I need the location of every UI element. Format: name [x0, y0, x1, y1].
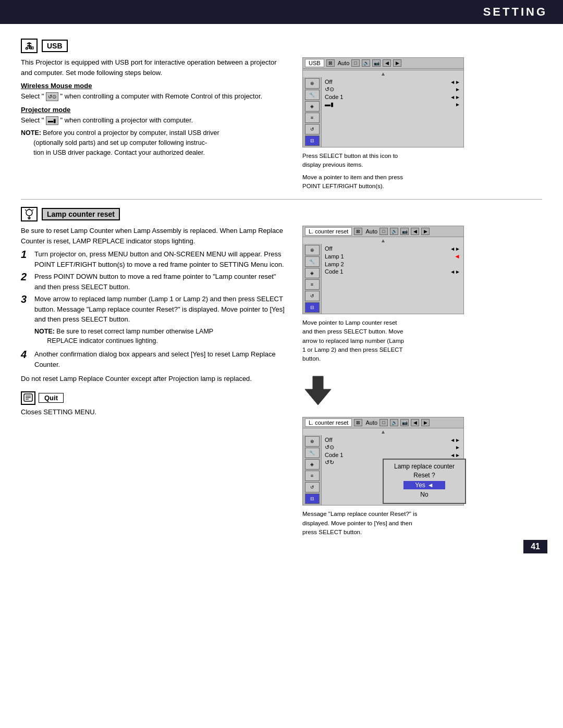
lamp-menu-sidebar-2: ⊕ 🔧 ◈ ≡ ↺ ⊟ [303, 435, 322, 505]
lamp-right-col: L. counter reset ⊠ Auto □ 🔊 📷 ◀ ▶ ▲ [297, 226, 474, 547]
lamp2-label: Lamp 2 [325, 261, 460, 267]
lamp-menu-sidebar-1: ⊕ 🔧 ◈ ≡ ↺ ⊟ [303, 244, 322, 314]
lamp-off-arrow: ◄► [450, 246, 460, 252]
sidebar-icon-1: ⊕ [305, 78, 320, 89]
step-4-num: 4 [21, 348, 34, 361]
usb-menu-main: Off ◄ ► ↺⊙ ► Code 1 ◄ ► [322, 77, 463, 147]
menu-row-wireless: ↺⊙ ► [325, 86, 460, 93]
lamp-icon-1: ⊠ [354, 228, 362, 235]
step-3-text: Move arrow to replaced lamp number (Lamp… [34, 294, 287, 325]
usb-right-col: USB ⊠ Auto □ 🔊 📷 ◀ ▶ ▲ ⊕ 🔧 ◈ [297, 57, 474, 194]
code-left: ◄ [450, 94, 455, 100]
lamp-two-col: Be sure to reset Lamp Counter when Lamp … [21, 226, 542, 547]
page-header: SETTING [0, 0, 563, 24]
code-label: Code 1 [325, 94, 450, 100]
quit-label: Quit [39, 393, 64, 403]
lamp-menu-section-2: L. counter reset ⊠ Auto □ 🔊 📷 ◀ ▶ ▲ [302, 417, 464, 540]
menu-icon-2: □ [351, 59, 360, 67]
l-s-icon-active: ⊟ [305, 302, 320, 313]
lamp-menu-body-2: ⊕ 🔧 ◈ ≡ ↺ ⊟ Off ◄► [303, 435, 463, 505]
sidebar-icon-5: ↺ [305, 124, 320, 134]
dialog-question: Reset ? [390, 472, 459, 479]
lamp-note: NOTE: Be sure to reset correct lamp numb… [34, 327, 287, 347]
lamp2-off-arrow: ◄► [450, 437, 460, 443]
usb-label: USB [42, 40, 68, 52]
up-arrow-lamp-2: ▲ [303, 428, 463, 435]
usb-two-col: This Projector is equipped with USB port… [21, 57, 542, 194]
lamp-menu-section-1: L. counter reset ⊠ Auto □ 🔊 📷 ◀ ▶ ▲ [302, 226, 464, 366]
lamp-mi-1: □ [380, 228, 388, 235]
off-label: Off [325, 79, 450, 85]
lamp-auto-2: Auto [365, 419, 377, 426]
wireless-mouse-text: Select " ↺⊙ " when controlling a compute… [21, 91, 287, 102]
l2-s-icon-active: ⊟ [305, 493, 320, 504]
lamp-menu-off: Off ◄► [325, 245, 460, 252]
usb-callout1: Press SELECT button at this icon to disp… [302, 152, 407, 170]
menu-row-proj: ▬▮ ► [325, 101, 460, 108]
wireless-icon: ↺⊙ [46, 92, 58, 101]
menu-icon-6: ▶ [393, 59, 401, 67]
lamp2-icon-1: ⊠ [354, 419, 362, 426]
l-counter-tab-1: L. counter reset [305, 227, 352, 236]
lamp-menu-code: Code 1 ◄► [325, 268, 460, 275]
step-1-text: Turn projector on, press MENU button and… [34, 249, 287, 269]
lamp-menu-body-1: ⊕ 🔧 ◈ ≡ ↺ ⊟ Off ◄► [303, 244, 463, 314]
dialog-overlay: Lamp replace counter Reset ? Yes ◄ No [383, 459, 466, 504]
off-left-arrow: ◄ [450, 79, 455, 85]
lamp2-mi-3: 📷 [400, 419, 409, 426]
dialog-no: No [403, 490, 445, 499]
step-3-row: 3 Move arrow to replaced lamp number (La… [21, 294, 287, 325]
sidebar-icon-2: 🔧 [305, 90, 320, 100]
lamp-menu-lamp2: Lamp 2 [325, 261, 460, 267]
divider-1 [21, 199, 542, 200]
usb-section-header: USB [21, 39, 542, 53]
menu-row-off: Off ◄ ► [325, 79, 460, 85]
lamp2-wireless-sym: ↺⊙ [325, 444, 455, 451]
quit-section: Quit Closes SETTING MENU. [21, 391, 287, 417]
sidebar-icon-4: ≡ [305, 113, 320, 123]
up-arrow-lamp-1: ▲ [303, 237, 463, 244]
quit-text: Closes SETTING MENU. [21, 407, 287, 417]
lamp2-code-arrows: ◄► [450, 452, 460, 458]
lamp-menu-main-2: Off ◄► ↺⊙ ► Code 1 ◄► [322, 435, 463, 505]
lamp2-mi-2: 🔊 [390, 419, 398, 426]
p-arrow: ► [455, 102, 460, 107]
lamp2-mi-1: □ [380, 419, 388, 426]
step-3-num: 3 [21, 293, 34, 305]
lamp2-menu-wireless: ↺⊙ ► [325, 444, 460, 451]
l2-s-icon-2: 🔧 [305, 448, 320, 458]
step-4-row: 4 Another confirmation dialog box appear… [21, 349, 287, 369]
usb-note: NOTE: Before you control a projector by … [21, 128, 287, 157]
lamp2-mi-4: ◀ [411, 419, 419, 426]
step-1-num: 1 [21, 248, 34, 261]
lamp-dialog: Lamp replace counter Reset ? Yes ◄ No [383, 459, 466, 504]
code-right: ► [455, 94, 460, 100]
projector-mode-text: Select " ▬▮ " when controlling a project… [21, 115, 287, 126]
lamp-mi-4: ◀ [411, 228, 419, 235]
no-label: No [420, 491, 428, 498]
menu-icon-5: ◀ [383, 59, 391, 67]
svg-line-11 [25, 209, 26, 211]
l-s-icon-2: 🔧 [305, 256, 320, 267]
lamp2-mi-5: ▶ [421, 419, 430, 426]
usb-intro: This Projector is equipped with USB port… [21, 57, 287, 78]
lamp-footer: Do not reset Lamp Replace Counter except… [21, 374, 287, 384]
usb-menu-top-bar: USB ⊠ Auto □ 🔊 📷 ◀ ▶ [303, 58, 463, 69]
lamp2-code: Code 1 [325, 452, 450, 458]
step-1-row: 1 Turn projector on, press MENU button a… [21, 249, 287, 269]
lamp-section: Lamp counter reset Be sure to reset Lamp… [21, 207, 542, 547]
lamp2-menu-code: Code 1 ◄► [325, 452, 460, 458]
quit-icon-row: Quit [21, 391, 287, 405]
step-2-row: 2 Press POINT DOWN button to move a red … [21, 272, 287, 292]
l-s-icon-4: ≡ [305, 279, 320, 290]
usb-menu-body: ⊕ 🔧 ◈ ≡ ↺ ⊟ Off ◄ ► ↺⊙ [303, 77, 463, 147]
steps-container: 1 Turn projector on, press MENU button a… [21, 249, 287, 369]
lamp-auto-1: Auto [365, 228, 377, 235]
l-s-icon-5: ↺ [305, 291, 320, 301]
usb-menu-box: USB ⊠ Auto □ 🔊 📷 ◀ ▶ ▲ ⊕ 🔧 ◈ [302, 57, 464, 147]
l2-s-icon-5: ↺ [305, 482, 320, 492]
menu-row-code: Code 1 ◄ ► [325, 94, 460, 100]
l2-s-icon-4: ≡ [305, 471, 320, 481]
lamp-menu-lamp1: Lamp 1 ◄ [325, 253, 460, 260]
big-down-arrow [302, 374, 334, 412]
